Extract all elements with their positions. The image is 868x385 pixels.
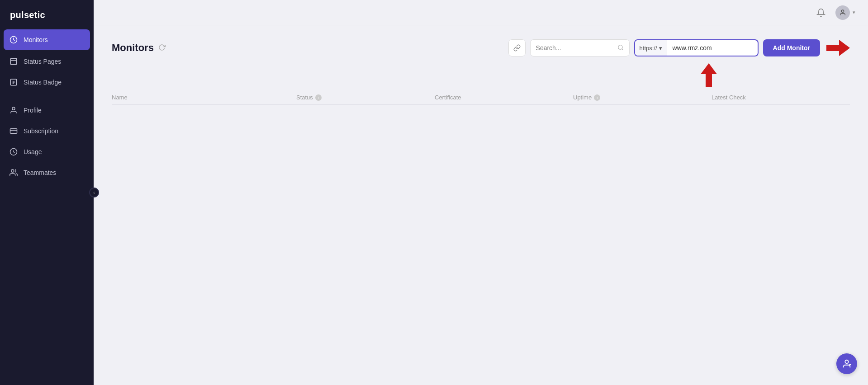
arrow-annotation-up	[112, 63, 719, 87]
page-content: Monitors	[94, 25, 868, 385]
svg-point-6	[11, 169, 14, 172]
red-arrow-up-icon	[699, 63, 719, 87]
sidebar-item-status-badge[interactable]: Status Badge	[0, 72, 94, 93]
status-pages-icon	[9, 57, 18, 66]
search-icon	[617, 44, 624, 52]
sidebar-item-subscription[interactable]: Subscription	[0, 121, 94, 141]
arrow-annotation-right	[826, 38, 850, 58]
col-header-status-label: Status	[296, 94, 313, 101]
monitors-title: Monitors	[112, 42, 166, 54]
page-title: Monitors	[112, 42, 154, 54]
sidebar-item-usage[interactable]: Usage	[0, 141, 94, 162]
red-arrow-right-icon	[826, 38, 850, 58]
sidebar-nav: Monitors Status Pages Status Badge	[0, 28, 94, 385]
topbar-user-menu[interactable]: ▾	[835, 5, 855, 20]
col-header-certificate-label: Certificate	[435, 94, 461, 101]
svg-point-3	[12, 107, 15, 110]
sidebar-item-monitors-label: Monitors	[24, 36, 48, 43]
sidebar-item-monitors[interactable]: Monitors	[4, 29, 90, 50]
sidebar-item-status-badge-label: Status Badge	[24, 79, 62, 86]
svg-marker-10	[826, 40, 850, 56]
link-icon-button[interactable]	[508, 39, 526, 56]
url-input[interactable]	[667, 44, 758, 52]
table-body	[112, 107, 850, 287]
svg-marker-11	[701, 63, 717, 87]
sidebar-item-profile-label: Profile	[24, 107, 42, 114]
usage-icon	[9, 147, 18, 156]
col-header-status: Status i	[296, 94, 435, 101]
col-header-name: Name	[112, 94, 296, 101]
profile-icon	[9, 106, 18, 115]
protocol-chevron-icon: ▾	[659, 45, 662, 52]
user-menu-chevron: ▾	[853, 9, 855, 15]
svg-point-8	[618, 45, 622, 49]
svg-point-12	[845, 360, 848, 363]
col-header-uptime-label: Uptime	[573, 94, 592, 101]
status-info-icon[interactable]: i	[315, 94, 322, 101]
sidebar-item-teammates-label: Teammates	[24, 169, 56, 176]
avatar	[835, 5, 850, 20]
col-header-certificate: Certificate	[435, 94, 573, 101]
sidebar-collapse-button[interactable]: ‹	[89, 188, 99, 197]
sidebar: pulsetic Monitors Status Pages	[0, 0, 94, 385]
col-header-latest-check: Latest Check	[711, 94, 850, 101]
svg-line-9	[621, 48, 623, 50]
main-content: ▾ Monitors	[94, 0, 868, 385]
status-badge-icon	[9, 78, 18, 87]
col-header-latest-check-label: Latest Check	[711, 94, 746, 101]
sidebar-item-usage-label: Usage	[24, 148, 42, 155]
svg-rect-1	[10, 58, 17, 65]
url-protocol-label: https://	[640, 45, 657, 52]
teammates-icon	[9, 168, 18, 177]
sidebar-item-teammates[interactable]: Teammates	[0, 162, 94, 183]
monitors-actions: https:// ▾ Add Monitor	[508, 38, 850, 58]
col-header-name-label: Name	[112, 94, 128, 101]
sidebar-item-status-pages[interactable]: Status Pages	[0, 51, 94, 72]
uptime-info-icon[interactable]: i	[594, 94, 600, 101]
refresh-icon[interactable]	[158, 44, 166, 52]
svg-point-7	[841, 10, 844, 12]
subscription-icon	[9, 127, 18, 136]
add-monitor-button[interactable]: Add Monitor	[763, 39, 820, 56]
svg-rect-4	[10, 129, 17, 134]
monitor-icon	[9, 35, 18, 44]
sidebar-item-status-pages-label: Status Pages	[24, 58, 61, 65]
search-input[interactable]	[536, 44, 614, 52]
sidebar-item-profile[interactable]: Profile	[0, 100, 94, 121]
app-logo: pulsetic	[0, 0, 94, 28]
floating-avatar-button[interactable]	[836, 353, 857, 374]
notifications-bell[interactable]	[815, 6, 827, 19]
monitors-header: Monitors	[112, 38, 850, 58]
col-header-uptime: Uptime i	[573, 94, 711, 101]
search-box	[530, 39, 630, 56]
table-header: Name Status i Certificate Uptime i Lates…	[112, 90, 850, 105]
sidebar-item-subscription-label: Subscription	[24, 127, 58, 135]
url-input-group: https:// ▾	[634, 39, 759, 56]
url-protocol-select[interactable]: https:// ▾	[635, 40, 667, 56]
topbar: ▾	[94, 0, 868, 25]
